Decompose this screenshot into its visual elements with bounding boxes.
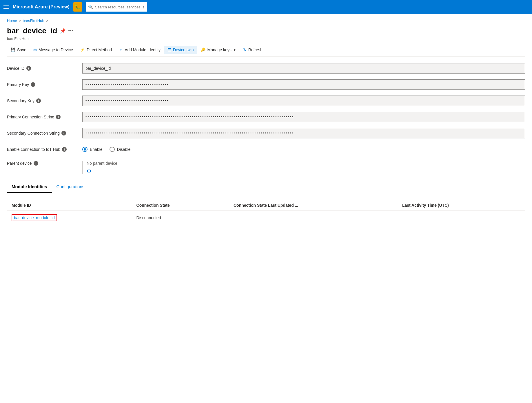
module-identities-table: Module ID Connection State Connection St… (7, 200, 525, 225)
bug-icon[interactable]: 🐛 (73, 2, 82, 12)
secondary-key-label: Secondary Key i (7, 98, 82, 103)
primary-key-label: Primary Key i (7, 82, 82, 87)
page-header-icons: 📌 ••• (60, 28, 73, 34)
tabs-section: Module Identities Configurations (7, 181, 525, 193)
manage-keys-button[interactable]: 🔑 Manage keys ▼ (197, 46, 239, 54)
add-icon: ＋ (119, 47, 123, 52)
secondary-key-info-icon[interactable]: i (36, 98, 41, 103)
primary-connection-row: Primary Connection String i (7, 111, 525, 123)
col-last-activity: Last Activity Time (UTC) (398, 200, 525, 211)
cell-connection-state: Disconnected (132, 211, 229, 225)
disable-radio-option[interactable]: Disable (110, 147, 131, 152)
secondary-connection-label: Secondary Connection String i (7, 131, 82, 135)
iot-hub-label: Enable connection to IoT Hub i (7, 147, 82, 152)
save-button[interactable]: 💾 Save (7, 46, 30, 54)
enable-radio-circle (82, 147, 88, 152)
direct-method-button[interactable]: ⚡ Direct Method (76, 46, 115, 54)
iot-hub-connection-row: Enable connection to IoT Hub i Enable Di… (7, 144, 525, 155)
manage-keys-icon: 🔑 (201, 47, 205, 52)
col-state-last-updated: Connection State Last Updated ... (229, 200, 398, 211)
refresh-button[interactable]: ↻ Refresh (240, 46, 266, 54)
cell-last-activity: -- (398, 211, 525, 225)
add-module-identity-button[interactable]: ＋ Add Module Identity (115, 45, 164, 54)
save-icon: 💾 (10, 47, 15, 52)
secondary-connection-row: Secondary Connection String i (7, 127, 525, 139)
breadcrumb: Home > barsFirstHub > (7, 19, 525, 23)
refresh-icon: ↻ (243, 47, 247, 52)
page-header: bar_device_id 📌 ••• (7, 26, 525, 35)
parent-device-row: Parent device i No parent device ⚙ (7, 160, 525, 174)
brand-title: Microsoft Azure (Preview) (13, 4, 70, 10)
page-title: bar_device_id (7, 26, 57, 35)
message-icon: ✉ (33, 47, 37, 52)
device-twin-button[interactable]: ☰ Device twin (164, 46, 197, 54)
enable-radio-option[interactable]: Enable (82, 147, 103, 152)
col-module-id: Module ID (7, 200, 132, 211)
breadcrumb-hub[interactable]: barsFirstHub (23, 19, 44, 23)
tab-module-identities[interactable]: Module Identities (7, 181, 52, 193)
primary-connection-input[interactable] (82, 112, 525, 122)
table-row: bar_device_module_id Disconnected -- -- (7, 211, 525, 225)
message-to-device-button[interactable]: ✉ Message to Device (30, 46, 76, 54)
secondary-key-row: Secondary Key i (7, 95, 525, 107)
parent-device-settings-icon[interactable]: ⚙ (87, 168, 117, 174)
tab-configurations[interactable]: Configurations (52, 181, 89, 193)
device-id-input[interactable] (82, 63, 525, 74)
device-id-info-icon[interactable]: i (26, 66, 31, 71)
toolbar: 💾 Save ✉ Message to Device ⚡ Direct Meth… (7, 45, 525, 57)
topbar: Microsoft Azure (Preview) 🐛 🔍 (0, 0, 532, 14)
disable-radio-circle (110, 147, 115, 152)
secondary-key-input[interactable] (82, 96, 525, 106)
table-section: Module ID Connection State Connection St… (7, 200, 525, 225)
hamburger-menu[interactable] (3, 5, 9, 9)
search-wrapper: 🔍 (86, 2, 260, 12)
cell-state-last-updated: -- (229, 211, 398, 225)
device-twin-icon: ☰ (167, 47, 171, 52)
breadcrumb-sep2: > (46, 19, 48, 23)
secondary-connection-info-icon[interactable]: i (61, 131, 66, 135)
page-subtitle: barsFirstHub (7, 36, 525, 41)
device-form: Device ID i Primary Key i Secondary Key … (7, 63, 525, 174)
primary-key-info-icon[interactable]: i (31, 82, 35, 87)
main-content: Home > barsFirstHub > bar_device_id 📌 ••… (0, 14, 532, 230)
pin-icon[interactable]: 📌 (60, 28, 66, 34)
more-options-icon[interactable]: ••• (68, 28, 73, 34)
search-icon: 🔍 (88, 5, 93, 9)
parent-device-info-icon[interactable]: i (34, 161, 38, 166)
device-id-row: Device ID i (7, 63, 525, 74)
breadcrumb-sep1: > (19, 19, 21, 23)
parent-device-section: No parent device ⚙ (82, 161, 117, 174)
iot-hub-radio-group: Enable Disable (82, 147, 130, 152)
breadcrumb-home[interactable]: Home (7, 19, 17, 23)
direct-method-icon: ⚡ (80, 47, 85, 52)
secondary-connection-input[interactable] (82, 128, 525, 138)
col-connection-state: Connection State (132, 200, 229, 211)
search-input[interactable] (86, 2, 147, 12)
primary-key-row: Primary Key i (7, 79, 525, 90)
device-id-label: Device ID i (7, 66, 82, 71)
primary-connection-info-icon[interactable]: i (56, 115, 61, 119)
primary-connection-label: Primary Connection String i (7, 115, 82, 119)
primary-key-input[interactable] (82, 79, 525, 90)
module-id-link[interactable]: bar_device_module_id (12, 214, 57, 221)
no-parent-text: No parent device (87, 161, 117, 166)
chevron-down-icon: ▼ (233, 48, 236, 52)
cell-module-id: bar_device_module_id (7, 211, 132, 225)
iot-hub-info-icon[interactable]: i (62, 147, 67, 152)
parent-device-label: Parent device i (7, 161, 82, 166)
